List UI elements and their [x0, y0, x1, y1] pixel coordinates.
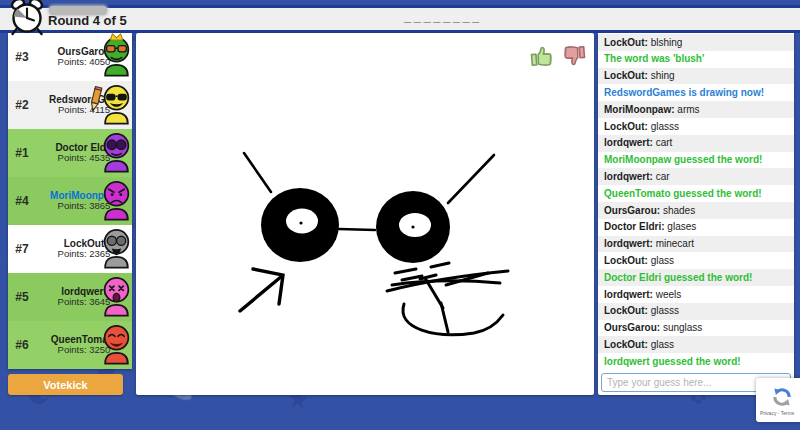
- player-avatar: [100, 324, 133, 366]
- chat-guess-message: LockOut: blshing: [598, 34, 794, 51]
- player-avatar: [100, 132, 133, 174]
- chat-system-message: MoriMoonpaw guessed the word!: [598, 152, 794, 169]
- thumb-up-icon[interactable]: [528, 42, 556, 70]
- chat-system-message: lordqwert guessed the word!: [598, 353, 794, 370]
- player-rank: #2: [8, 98, 36, 112]
- player-rank: #6: [8, 338, 36, 352]
- word-blanks: ________: [404, 9, 482, 24]
- player-avatar: [100, 180, 133, 222]
- chat-guess-message: lordqwert: cart: [598, 135, 794, 152]
- chat-guess-message: LockOut: glass: [598, 336, 794, 353]
- player-avatar: [100, 228, 133, 270]
- player-rank: #7: [8, 242, 36, 256]
- chat-guess-message: LockOut: shing: [598, 68, 794, 85]
- top-bar: Round 4 of 5 ________: [0, 5, 800, 33]
- chat-system-message: Doctor Eldri guessed the word!: [598, 269, 794, 286]
- player-avatar: [100, 84, 133, 126]
- player-avatar: [100, 276, 133, 318]
- player-row: #6QueenTomatoPoints: 3250: [8, 321, 132, 369]
- chat-guess-message: MoriMoonpaw: arms: [598, 101, 794, 118]
- chat-system-message: The word was 'blush': [598, 51, 794, 68]
- player-list: #3OursGarouPoints: 4050 #2RedswordGa...P…: [8, 33, 132, 369]
- chat-panel: LockOut: bjshLockOut: bullshingLockOut: …: [598, 33, 794, 395]
- sunglasses-drawing: [136, 33, 594, 395]
- chat-system-message: RedswordGames is drawing now!: [598, 84, 794, 101]
- chat-guess-message: OursGarou: shades: [598, 202, 794, 219]
- chat-guess-message: Doctor Eldri: glases: [598, 219, 794, 236]
- chat-guess-message: OursGarou: sunglass: [598, 320, 794, 337]
- recaptcha-icon: [771, 386, 793, 408]
- player-row: #4MoriMoonpa...Points: 3865: [8, 177, 132, 225]
- alarm-clock-icon: [5, 0, 49, 38]
- player-rank: #3: [8, 50, 36, 64]
- player-rank: #1: [8, 146, 36, 160]
- privacy-terms-label[interactable]: Privacy - Terms: [756, 410, 794, 416]
- round-label: Round 4 of 5: [48, 13, 127, 28]
- player-avatar: [100, 36, 133, 78]
- player-row: #2RedswordGa...Points: 4115: [8, 81, 132, 129]
- recaptcha-badge[interactable]: Privacy - Terms: [756, 378, 800, 422]
- chat-system-message: QueenTomato guessed the word!: [598, 185, 794, 202]
- chat-guess-message: lordqwert: minecart: [598, 236, 794, 253]
- votekick-button[interactable]: Votekick: [8, 374, 123, 395]
- player-row: #1Doctor EldriPoints: 4535: [8, 129, 132, 177]
- chat-guess-message: LockOut: glasss: [598, 118, 794, 135]
- player-rank: #4: [8, 194, 36, 208]
- drawing-canvas[interactable]: [136, 33, 594, 395]
- reaction-buttons: [528, 42, 588, 70]
- chat-guess-message: LockOut: glass: [598, 252, 794, 269]
- chat-message-list: LockOut: bjshLockOut: bullshingLockOut: …: [598, 33, 794, 370]
- player-row: #5lordqwertPoints: 3645: [8, 273, 132, 321]
- player-rank: #5: [8, 290, 36, 304]
- chat-guess-message: lordqwert: weels: [598, 286, 794, 303]
- player-row: #7LockOutPoints: 2365: [8, 225, 132, 273]
- chat-guess-message: LockOut: glasss: [598, 303, 794, 320]
- player-row: #3OursGarouPoints: 4050: [8, 33, 132, 81]
- chat-guess-message: lordqwert: car: [598, 168, 794, 185]
- thumb-down-icon[interactable]: [560, 42, 588, 70]
